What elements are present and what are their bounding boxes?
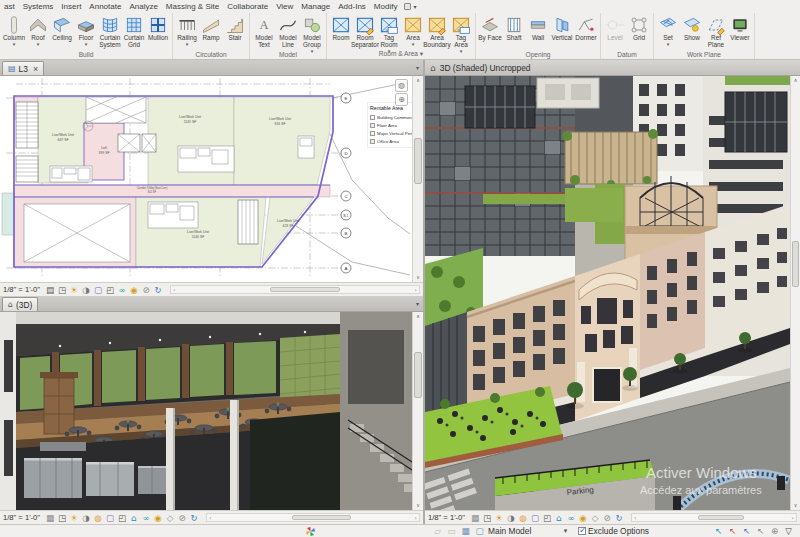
floor-button[interactable]: Floor▾ — [74, 14, 98, 46]
ribbon-tab-ast[interactable]: ast — [0, 2, 19, 11]
sync-icon[interactable]: ↻ — [188, 512, 200, 524]
panel-title[interactable]: Datum — [601, 51, 653, 58]
ref-plane-button[interactable]: Ref Plane — [704, 14, 728, 49]
reveal-icon[interactable]: ◉ — [152, 512, 164, 524]
unlock-icon[interactable]: ◇ — [164, 512, 176, 524]
room-separator-button[interactable]: Room Separator — [353, 14, 377, 49]
style-icon[interactable]: ◳ — [56, 284, 68, 296]
scroll-down-icon[interactable]: ∨ — [791, 501, 800, 510]
showcrop-icon[interactable]: ◰ — [104, 284, 116, 296]
select-faces-icon[interactable]: ↖ — [755, 525, 766, 537]
panel-title[interactable]: Circulation — [173, 51, 249, 58]
shadow-icon[interactable]: ◑ — [80, 284, 92, 296]
ribbon-tab-collaborate[interactable]: Collaborate — [223, 2, 272, 11]
panel-title[interactable]: Model — [250, 51, 326, 58]
constrain-icon[interactable]: ⊘ — [140, 284, 152, 296]
active-workset[interactable]: Main Model — [488, 526, 531, 536]
model-line-button[interactable]: Model Line — [276, 14, 300, 49]
filter-icon[interactable]: ▽ — [783, 525, 794, 537]
workset-display-icon[interactable]: ▢ — [474, 525, 485, 537]
scroll-thumb[interactable] — [698, 515, 744, 520]
ramp-button[interactable]: Ramp — [199, 14, 223, 42]
close-icon[interactable]: × — [33, 64, 38, 74]
tab-floor-plan-L3[interactable]: ▤ L3 × — [2, 61, 44, 75]
sun-icon[interactable]: ☀ — [68, 512, 80, 524]
interior-vertical-scrollbar[interactable]: ∧ ∨ — [412, 312, 423, 510]
editable-only-icon[interactable]: ▱ — [432, 525, 443, 537]
vertical-button[interactable]: Vertical — [550, 14, 574, 42]
scroll-up-icon[interactable]: ∧ — [413, 76, 423, 85]
viewer-button[interactable]: Viewer — [728, 14, 752, 42]
scroll-thumb[interactable] — [292, 515, 351, 520]
panel-title[interactable]: Work Plane — [654, 51, 754, 58]
select-pinned-icon[interactable]: ↖ — [727, 525, 738, 537]
sun-icon[interactable]: ☀ — [493, 512, 505, 524]
sync-icon[interactable]: ↻ — [613, 512, 625, 524]
zoom-icon[interactable]: ⊕ — [395, 93, 408, 106]
render-icon[interactable]: ▦ — [44, 512, 56, 524]
wall-button[interactable]: Wall — [526, 14, 550, 42]
dormer-button[interactable]: Dormer — [574, 14, 598, 42]
plan-vertical-scrollbar[interactable]: ∧ ∨ — [412, 76, 423, 282]
room-button[interactable]: Room — [329, 14, 353, 42]
column-button[interactable]: Column▾ — [2, 14, 26, 46]
mullion-button[interactable]: Mullion — [146, 14, 170, 42]
area-boundary-button[interactable]: Area Boundary — [425, 14, 449, 49]
exclude-options-checkbox[interactable]: ✓ Exclude Options — [578, 526, 649, 536]
model-group-button[interactable]: Model Group▾ — [300, 14, 324, 53]
home-icon[interactable]: ⌂ — [128, 512, 140, 524]
select-links-icon[interactable]: ↖ — [713, 525, 724, 537]
floor-plan-canvas[interactable]: E D C B.1 B A Live/Work Unit 647 SF Live… — [0, 76, 423, 282]
render-icon[interactable]: ▦ — [469, 512, 481, 524]
scroll-thumb[interactable] — [792, 241, 799, 287]
scroll-thumb[interactable] — [414, 352, 422, 398]
crop-icon[interactable]: ▢ — [92, 284, 104, 296]
ribbon-options-dropdown[interactable]: ▾ — [404, 3, 416, 10]
exterior-horizontal-scrollbar[interactable]: ‹› — [631, 513, 797, 522]
style-icon[interactable]: ◳ — [481, 512, 493, 524]
panel-title[interactable]: Opening — [476, 51, 600, 58]
exterior-3d-titlebar[interactable]: ⌂ 3D (Shaded) Uncropped — [425, 60, 800, 76]
sync-icon[interactable]: ↻ — [152, 284, 164, 296]
ribbon-tab-annotate[interactable]: Annotate — [85, 2, 125, 11]
ribbon-tab-view[interactable]: View — [272, 2, 297, 11]
interior-horizontal-scrollbar[interactable]: ‹› — [206, 513, 420, 522]
ribbon-tab-manage[interactable]: Manage — [297, 2, 334, 11]
showcrop-icon[interactable]: ◰ — [116, 512, 128, 524]
by-face-button[interactable]: By Face — [478, 14, 502, 42]
exterior-vertical-scrollbar[interactable]: ∧ ∨ — [790, 76, 800, 510]
stair-button[interactable]: Stair — [223, 14, 247, 42]
hide-icon[interactable]: ∞ — [116, 284, 128, 296]
worksets-icon[interactable]: ▦ — [460, 525, 471, 537]
tab-list-dropdown-icon[interactable]: ▾ — [416, 64, 419, 71]
scale-button[interactable]: 1/8" = 1'-0" — [428, 513, 465, 522]
drag-elements-icon[interactable]: ⊕ — [769, 525, 780, 537]
scroll-up-icon[interactable]: ∧ — [413, 312, 423, 321]
set-button[interactable]: Set▾ — [656, 14, 680, 46]
model-text-button[interactable]: AModel Text — [252, 14, 276, 49]
tag-area-button[interactable]: Tag Area▾ — [449, 14, 473, 53]
crop-icon[interactable]: ▢ — [104, 512, 116, 524]
reveal-icon[interactable]: ◉ — [128, 284, 140, 296]
panel-title[interactable]: Build — [0, 51, 172, 58]
interior-3d-canvas[interactable]: ∧ ∨ — [0, 312, 423, 510]
tab-list-dropdown-icon[interactable]: ▾ — [416, 300, 419, 307]
style-icon[interactable]: ◳ — [56, 512, 68, 524]
scroll-down-icon[interactable]: ∨ — [413, 273, 423, 282]
scroll-down-icon[interactable]: ∨ — [413, 501, 423, 510]
sun-icon[interactable]: ☀ — [68, 284, 80, 296]
workset-dropdown-icon[interactable]: ▾ — [560, 525, 571, 537]
hide-icon[interactable]: ∞ — [565, 512, 577, 524]
shaft-button[interactable]: Shaft — [502, 14, 526, 42]
crop-icon[interactable]: ▢ — [529, 512, 541, 524]
railing-button[interactable]: Railing▾ — [175, 14, 199, 46]
reveal-icon[interactable]: ◉ — [577, 512, 589, 524]
detail-icon[interactable]: ▤ — [44, 284, 56, 296]
ribbon-tab-add-ins[interactable]: Add-Ins — [334, 2, 370, 11]
showcrop-icon[interactable]: ◰ — [541, 512, 553, 524]
ceiling-button[interactable]: Ceiling — [50, 14, 74, 42]
sunpath-icon[interactable]: ◍ — [92, 512, 104, 524]
scroll-thumb[interactable] — [270, 287, 339, 292]
roof-button[interactable]: Roof▾ — [26, 14, 50, 46]
ribbon-tab-insert[interactable]: Insert — [57, 2, 85, 11]
